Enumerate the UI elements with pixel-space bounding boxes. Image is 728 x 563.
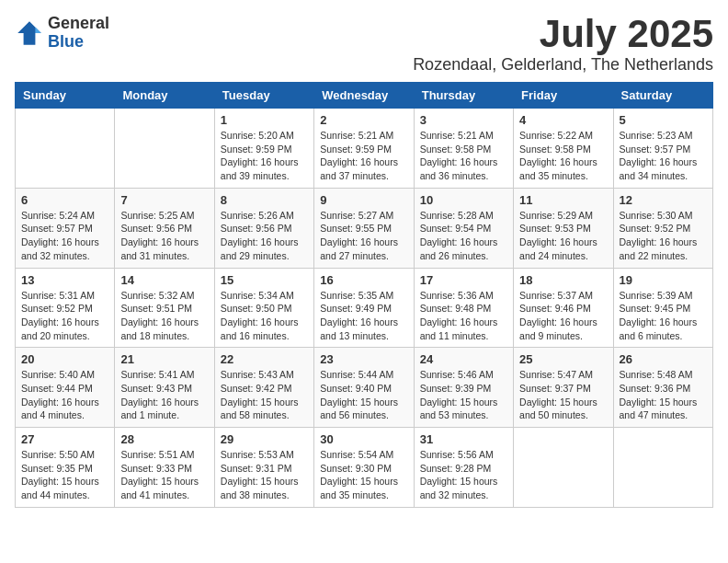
day-info: Sunrise: 5:53 AM Sunset: 9:31 PM Dayligh… xyxy=(221,448,308,502)
calendar-cell: 25Sunrise: 5:47 AM Sunset: 9:37 PM Dayli… xyxy=(514,348,613,428)
day-number: 25 xyxy=(519,352,607,366)
day-info: Sunrise: 5:37 AM Sunset: 9:46 PM Dayligh… xyxy=(519,289,607,343)
calendar-week-5: 27Sunrise: 5:50 AM Sunset: 9:35 PM Dayli… xyxy=(16,428,713,508)
day-number: 23 xyxy=(320,352,407,366)
calendar-cell: 8Sunrise: 5:26 AM Sunset: 9:56 PM Daylig… xyxy=(214,188,313,268)
calendar-cell: 7Sunrise: 5:25 AM Sunset: 9:56 PM Daylig… xyxy=(115,188,214,268)
day-number: 29 xyxy=(221,432,308,446)
calendar-table: SundayMondayTuesdayWednesdayThursdayFrid… xyxy=(15,82,713,508)
calendar-cell: 6Sunrise: 5:24 AM Sunset: 9:57 PM Daylig… xyxy=(16,188,115,268)
day-info: Sunrise: 5:23 AM Sunset: 9:57 PM Dayligh… xyxy=(620,129,707,183)
calendar-cell: 2Sunrise: 5:21 AM Sunset: 9:59 PM Daylig… xyxy=(314,109,414,189)
logo-text: General Blue xyxy=(48,15,109,52)
calendar-cell xyxy=(16,109,115,189)
calendar-cell: 14Sunrise: 5:32 AM Sunset: 9:51 PM Dayli… xyxy=(115,268,214,348)
calendar-week-4: 20Sunrise: 5:40 AM Sunset: 9:44 PM Dayli… xyxy=(16,348,713,428)
logo: General Blue xyxy=(15,15,109,52)
calendar-cell: 23Sunrise: 5:44 AM Sunset: 9:40 PM Dayli… xyxy=(314,348,414,428)
day-info: Sunrise: 5:31 AM Sunset: 9:52 PM Dayligh… xyxy=(21,289,108,343)
day-number: 12 xyxy=(620,193,707,207)
day-info: Sunrise: 5:21 AM Sunset: 9:59 PM Dayligh… xyxy=(320,129,407,183)
svg-marker-1 xyxy=(35,27,40,32)
day-number: 18 xyxy=(519,273,607,287)
day-number: 21 xyxy=(120,352,208,366)
calendar-cell: 3Sunrise: 5:21 AM Sunset: 9:58 PM Daylig… xyxy=(414,109,513,189)
day-info: Sunrise: 5:39 AM Sunset: 9:45 PM Dayligh… xyxy=(620,289,707,343)
calendar-cell: 26Sunrise: 5:48 AM Sunset: 9:36 PM Dayli… xyxy=(613,348,712,428)
calendar-cell: 31Sunrise: 5:56 AM Sunset: 9:28 PM Dayli… xyxy=(414,428,513,508)
title-section: July 2025 Rozendaal, Gelderland, The Net… xyxy=(413,15,713,75)
day-info: Sunrise: 5:50 AM Sunset: 9:35 PM Dayligh… xyxy=(21,448,108,502)
calendar-header: SundayMondayTuesdayWednesdayThursdayFrid… xyxy=(16,83,713,109)
day-info: Sunrise: 5:46 AM Sunset: 9:39 PM Dayligh… xyxy=(420,368,507,422)
calendar-cell: 29Sunrise: 5:53 AM Sunset: 9:31 PM Dayli… xyxy=(214,428,313,508)
calendar-cell: 24Sunrise: 5:46 AM Sunset: 9:39 PM Dayli… xyxy=(414,348,513,428)
day-number: 6 xyxy=(21,193,108,207)
page-header: General Blue July 2025 Rozendaal, Gelder… xyxy=(15,15,713,75)
day-number: 2 xyxy=(320,113,407,127)
day-info: Sunrise: 5:36 AM Sunset: 9:48 PM Dayligh… xyxy=(420,289,507,343)
calendar-cell: 4Sunrise: 5:22 AM Sunset: 9:58 PM Daylig… xyxy=(514,109,613,189)
calendar-cell: 12Sunrise: 5:30 AM Sunset: 9:52 PM Dayli… xyxy=(613,188,712,268)
day-number: 22 xyxy=(221,352,308,366)
calendar-cell: 27Sunrise: 5:50 AM Sunset: 9:35 PM Dayli… xyxy=(16,428,115,508)
day-info: Sunrise: 5:25 AM Sunset: 9:56 PM Dayligh… xyxy=(120,209,208,263)
day-number: 15 xyxy=(221,273,308,287)
day-number: 31 xyxy=(420,432,507,446)
logo-blue: Blue xyxy=(48,33,109,52)
day-info: Sunrise: 5:48 AM Sunset: 9:36 PM Dayligh… xyxy=(620,368,707,422)
day-info: Sunrise: 5:51 AM Sunset: 9:33 PM Dayligh… xyxy=(120,448,208,502)
day-number: 19 xyxy=(620,273,707,287)
day-number: 10 xyxy=(420,193,507,207)
day-info: Sunrise: 5:34 AM Sunset: 9:50 PM Dayligh… xyxy=(221,289,308,343)
calendar-cell: 19Sunrise: 5:39 AM Sunset: 9:45 PM Dayli… xyxy=(613,268,712,348)
day-number: 16 xyxy=(320,273,407,287)
day-info: Sunrise: 5:32 AM Sunset: 9:51 PM Dayligh… xyxy=(120,289,208,343)
logo-general: General xyxy=(48,15,109,33)
day-number: 14 xyxy=(120,273,208,287)
day-number: 27 xyxy=(21,432,108,446)
day-info: Sunrise: 5:21 AM Sunset: 9:58 PM Dayligh… xyxy=(420,129,507,183)
calendar-cell: 17Sunrise: 5:36 AM Sunset: 9:48 PM Dayli… xyxy=(414,268,513,348)
calendar-cell: 22Sunrise: 5:43 AM Sunset: 9:42 PM Dayli… xyxy=(214,348,313,428)
day-number: 30 xyxy=(320,432,407,446)
day-number: 11 xyxy=(519,193,607,207)
calendar-week-3: 13Sunrise: 5:31 AM Sunset: 9:52 PM Dayli… xyxy=(16,268,713,348)
day-header-monday: Monday xyxy=(115,83,214,109)
day-info: Sunrise: 5:54 AM Sunset: 9:30 PM Dayligh… xyxy=(320,448,407,502)
day-info: Sunrise: 5:41 AM Sunset: 9:43 PM Dayligh… xyxy=(120,368,208,422)
day-info: Sunrise: 5:40 AM Sunset: 9:44 PM Dayligh… xyxy=(21,368,108,422)
day-info: Sunrise: 5:24 AM Sunset: 9:57 PM Dayligh… xyxy=(21,209,108,263)
day-info: Sunrise: 5:56 AM Sunset: 9:28 PM Dayligh… xyxy=(420,448,507,502)
day-header-tuesday: Tuesday xyxy=(214,83,313,109)
calendar-cell: 16Sunrise: 5:35 AM Sunset: 9:49 PM Dayli… xyxy=(314,268,414,348)
calendar-cell: 9Sunrise: 5:27 AM Sunset: 9:55 PM Daylig… xyxy=(314,188,414,268)
calendar-cell xyxy=(613,428,712,508)
day-header-saturday: Saturday xyxy=(613,83,712,109)
day-number: 3 xyxy=(420,113,507,127)
day-info: Sunrise: 5:27 AM Sunset: 9:55 PM Dayligh… xyxy=(320,209,407,263)
calendar-cell: 1Sunrise: 5:20 AM Sunset: 9:59 PM Daylig… xyxy=(214,109,313,189)
day-number: 9 xyxy=(320,193,407,207)
day-number: 7 xyxy=(120,193,208,207)
day-number: 1 xyxy=(221,113,308,127)
day-number: 8 xyxy=(221,193,308,207)
calendar-cell: 15Sunrise: 5:34 AM Sunset: 9:50 PM Dayli… xyxy=(214,268,313,348)
day-info: Sunrise: 5:44 AM Sunset: 9:40 PM Dayligh… xyxy=(320,368,407,422)
day-number: 4 xyxy=(519,113,607,127)
day-info: Sunrise: 5:35 AM Sunset: 9:49 PM Dayligh… xyxy=(320,289,407,343)
calendar-body: 1Sunrise: 5:20 AM Sunset: 9:59 PM Daylig… xyxy=(16,109,713,508)
calendar-week-2: 6Sunrise: 5:24 AM Sunset: 9:57 PM Daylig… xyxy=(16,188,713,268)
day-number: 26 xyxy=(620,352,707,366)
calendar-cell: 28Sunrise: 5:51 AM Sunset: 9:33 PM Dayli… xyxy=(115,428,214,508)
calendar-cell xyxy=(514,428,613,508)
day-info: Sunrise: 5:43 AM Sunset: 9:42 PM Dayligh… xyxy=(221,368,308,422)
calendar-cell: 30Sunrise: 5:54 AM Sunset: 9:30 PM Dayli… xyxy=(314,428,414,508)
day-header-thursday: Thursday xyxy=(414,83,513,109)
calendar-cell: 10Sunrise: 5:28 AM Sunset: 9:54 PM Dayli… xyxy=(414,188,513,268)
day-header-friday: Friday xyxy=(514,83,613,109)
calendar-cell: 21Sunrise: 5:41 AM Sunset: 9:43 PM Dayli… xyxy=(115,348,214,428)
logo-icon xyxy=(15,18,44,48)
calendar-cell: 20Sunrise: 5:40 AM Sunset: 9:44 PM Dayli… xyxy=(16,348,115,428)
location-title: Rozendaal, Gelderland, The Netherlands xyxy=(413,55,713,75)
